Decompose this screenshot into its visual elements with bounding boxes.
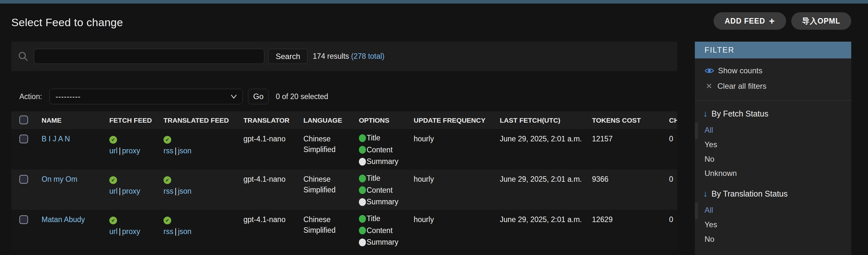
- rss-link[interactable]: rss: [163, 187, 174, 195]
- row-checkbox[interactable]: [19, 175, 28, 184]
- show-counts-link[interactable]: Show counts: [695, 63, 851, 79]
- rss-link[interactable]: rss: [163, 146, 174, 155]
- separator: |: [174, 146, 178, 155]
- feed-name-link[interactable]: On my Om: [41, 175, 78, 183]
- translator-cell: gpt-4.1-nano: [236, 210, 296, 250]
- separator: |: [174, 227, 178, 236]
- fetch-status-ok-icon: [109, 217, 117, 224]
- plus-icon: +: [769, 16, 775, 26]
- filter-option-all[interactable]: All: [705, 125, 713, 134]
- language-cell: Chinese Simplified: [296, 210, 351, 250]
- language-cell: Chinese Simplified: [296, 129, 351, 169]
- frequency-cell: hourly: [406, 169, 492, 210]
- add-feed-button[interactable]: ADD FEED +: [714, 12, 786, 30]
- filter-option-no[interactable]: No: [705, 154, 715, 163]
- header-update-frequency[interactable]: UPDATE FREQUENCY: [406, 111, 492, 129]
- table-row: B I J A N url|proxy rss|json gpt-4.1-nan…: [11, 129, 677, 169]
- option-content: Content: [367, 186, 393, 195]
- option-on-icon: [359, 146, 366, 154]
- action-select[interactable]: ---------: [49, 89, 243, 104]
- filter-group-label: By Fetch Status: [712, 109, 768, 118]
- last-fetch-cell: June 29, 2025, 2:01 a.m.: [492, 169, 584, 210]
- separator: |: [174, 187, 178, 195]
- feed-proxy-link[interactable]: proxy: [122, 146, 140, 155]
- selection-counter: 0 of 20 selected: [276, 92, 328, 101]
- search-results-text: 174 results (278 total): [313, 52, 384, 61]
- translate-status-ok-icon: [163, 176, 171, 184]
- filter-option-no[interactable]: No: [705, 235, 715, 244]
- option-title: Title: [367, 134, 380, 143]
- filter-sidebar: FILTER Show counts ✕ Clear all filters ↓…: [695, 41, 851, 255]
- separator: |: [118, 187, 122, 195]
- search-input[interactable]: [34, 49, 265, 64]
- option-on-icon: [359, 227, 366, 234]
- option-content: Content: [367, 226, 393, 235]
- header-name[interactable]: NAME: [34, 111, 101, 129]
- show-counts-label: Show counts: [718, 66, 762, 75]
- option-on-icon: [359, 175, 366, 182]
- feed-url-link[interactable]: url: [109, 146, 118, 155]
- translate-status-ok-icon: [163, 217, 171, 224]
- arrow-down-icon: ↓: [703, 190, 708, 198]
- feed-name-link[interactable]: B I J A N: [41, 135, 70, 143]
- json-link[interactable]: json: [178, 146, 191, 155]
- table-row: On my Om url|proxy rss|json gpt-4.1-nano…: [11, 169, 677, 210]
- filter-group-title[interactable]: ↓ By Fetch Status: [695, 109, 851, 118]
- feed-name-link[interactable]: Matan Abudy: [41, 215, 85, 224]
- header-language[interactable]: LANGUAGE: [296, 111, 351, 129]
- filter-option-all[interactable]: All: [705, 206, 713, 214]
- search-button[interactable]: Search: [268, 49, 308, 64]
- search-icon: [18, 51, 29, 62]
- show-total-link[interactable]: (278 total): [351, 52, 385, 60]
- filter-title: FILTER: [695, 41, 851, 58]
- tokens-cost-cell: 12157: [584, 129, 661, 169]
- header-last-fetch[interactable]: LAST FETCH(UTC): [492, 111, 584, 129]
- go-button[interactable]: Go: [248, 89, 269, 104]
- option-title: Title: [367, 174, 380, 183]
- feed-url-link[interactable]: url: [109, 227, 118, 236]
- filter-option-yes[interactable]: Yes: [705, 140, 717, 149]
- fetch-status-ok-icon: [109, 176, 117, 184]
- header-translator[interactable]: TRANSLATOR: [236, 111, 296, 129]
- option-off-icon: [359, 238, 366, 246]
- table-header-row: NAME FETCH FEED TRANSLATED FEED TRANSLAT…: [11, 111, 677, 129]
- page-title: Select Feed to change: [11, 16, 123, 29]
- feed-proxy-link[interactable]: proxy: [122, 227, 140, 236]
- frequency-cell: hourly: [406, 129, 492, 169]
- json-link[interactable]: json: [178, 227, 191, 236]
- rss-link[interactable]: rss: [163, 227, 174, 236]
- feed-url-link[interactable]: url: [109, 187, 118, 195]
- separator: |: [118, 227, 122, 236]
- results-count: 174 results: [313, 52, 349, 60]
- header-fetch-feed[interactable]: FETCH FEED: [101, 111, 156, 129]
- chars-cost-cell: 0: [661, 169, 677, 210]
- option-summary: Summary: [367, 198, 398, 206]
- row-checkbox[interactable]: [19, 215, 28, 224]
- last-fetch-cell: June 29, 2025, 2:01 a.m.: [492, 210, 584, 250]
- tokens-cost-cell: 9366: [584, 169, 661, 210]
- filter-option-yes[interactable]: Yes: [705, 220, 717, 229]
- last-fetch-cell: June 29, 2025, 2:01 a.m.: [492, 129, 584, 169]
- header-options[interactable]: OPTIONS: [351, 111, 406, 129]
- clear-all-filters-link[interactable]: ✕ Clear all filters: [695, 79, 851, 94]
- json-link[interactable]: json: [178, 187, 191, 195]
- import-opml-label: 导入OPML: [802, 16, 840, 26]
- clear-all-label: Clear all filters: [717, 82, 767, 91]
- arrow-down-icon: ↓: [703, 109, 708, 118]
- eye-icon: [705, 67, 714, 74]
- filter-group-title[interactable]: ↓ By Translation Status: [695, 189, 851, 199]
- header-chars-cost[interactable]: CH: [661, 111, 677, 129]
- feed-proxy-link[interactable]: proxy: [122, 187, 140, 195]
- filter-group-label: By Translation Status: [712, 189, 788, 199]
- select-all-checkbox[interactable]: [19, 116, 28, 124]
- table-row: Matan Abudy url|proxy rss|json gpt-4.1-n…: [11, 210, 677, 250]
- translator-cell: gpt-4.1-nano: [236, 129, 296, 169]
- import-opml-button[interactable]: 导入OPML: [791, 12, 851, 30]
- header-tokens-cost[interactable]: TOKENS COST: [584, 111, 661, 129]
- top-accent-strip: [0, 0, 868, 4]
- option-summary: Summary: [367, 238, 398, 247]
- row-checkbox[interactable]: [19, 135, 28, 143]
- header-translated-feed[interactable]: TRANSLATED FEED: [156, 111, 236, 129]
- filter-option-unknown[interactable]: Unknown: [705, 169, 737, 177]
- add-feed-label: ADD FEED: [724, 17, 765, 26]
